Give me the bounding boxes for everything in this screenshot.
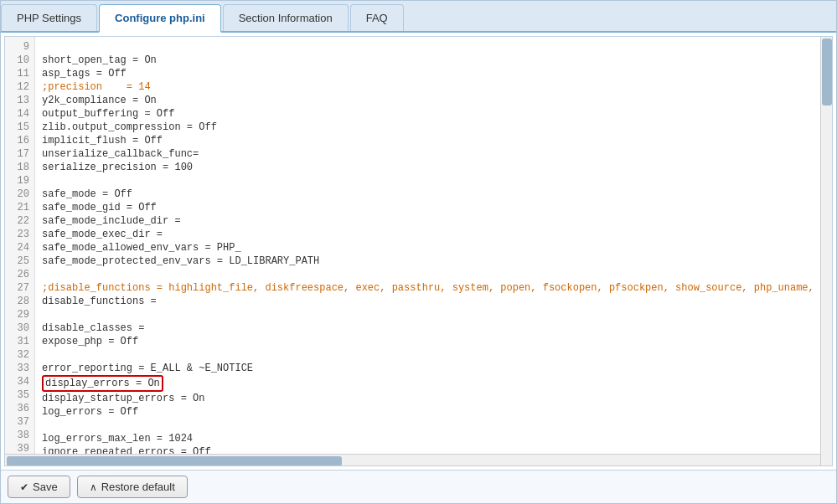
code-line: implicit_flush = Off (42, 134, 825, 147)
restore-default-button[interactable]: ∧ Restore default (77, 476, 188, 498)
highlighted-line: display_errors = On (42, 375, 163, 392)
code-line: ;disable_functions = highlight_file, dis… (42, 281, 825, 295)
line-number: 29 (10, 308, 29, 321)
line-number: 20 (10, 188, 29, 201)
code-line: safe_mode_protected_env_vars = LD_LIBRAR… (42, 255, 825, 268)
scrollbar-thumb-v[interactable] (822, 39, 832, 105)
save-icon: ✔ (20, 481, 28, 493)
code-line: safe_mode_exec_dir = (42, 228, 825, 241)
code-line (42, 348, 825, 362)
line-number: 37 (10, 415, 29, 429)
line-number: 28 (10, 295, 29, 308)
line-number: 17 (10, 147, 29, 161)
line-number: 33 (10, 362, 29, 375)
line-number: 38 (10, 429, 29, 442)
line-numbers: 9101112131415161718192021222324252627282… (5, 37, 35, 465)
scrollbar-thumb-h[interactable] (7, 456, 342, 466)
code-line: expose_php = Off (42, 335, 825, 348)
editor-container: 9101112131415161718192021222324252627282… (4, 36, 833, 466)
code-line (42, 268, 825, 281)
line-number: 16 (10, 134, 29, 147)
line-number: 34 (10, 375, 29, 388)
line-number: 31 (10, 335, 29, 348)
line-number: 30 (10, 321, 29, 335)
code-line: disable_classes = (42, 321, 825, 335)
code-line: safe_mode_gid = Off (42, 201, 825, 214)
line-number: 26 (10, 268, 29, 281)
line-number: 36 (10, 402, 29, 415)
line-number: 25 (10, 255, 29, 268)
code-line: error_reporting = E_ALL & ~E_NOTICE (42, 362, 825, 375)
content-area: 9101112131415161718192021222324252627282… (1, 33, 836, 470)
code-line: safe_mode_allowed_env_vars = PHP_ (42, 241, 825, 255)
code-line: output_buffering = Off (42, 107, 825, 121)
code-line: ;precision = 14 (42, 80, 825, 94)
line-number: 13 (10, 94, 29, 107)
main-window: PHP SettingsConfigure php.iniSection Inf… (0, 0, 837, 504)
code-line: zlib.output_compression = Off (42, 121, 825, 134)
line-number: 23 (10, 228, 29, 241)
code-line (42, 174, 825, 188)
line-number: 18 (10, 161, 29, 174)
code-line (42, 419, 825, 432)
line-number: 12 (10, 80, 29, 94)
code-line (42, 40, 825, 54)
tab-section-information[interactable]: Section Information (223, 4, 349, 31)
code-line: disable_functions = (42, 295, 825, 308)
save-button[interactable]: ✔ Save (8, 476, 70, 498)
tab-faq[interactable]: FAQ (350, 4, 404, 31)
comment-line: ;precision = 14 (42, 81, 151, 93)
tab-bar: PHP SettingsConfigure php.iniSection Inf… (1, 1, 836, 33)
restore-label: Restore default (101, 481, 175, 493)
save-label: Save (33, 481, 58, 493)
footer: ✔ Save ∧ Restore default (1, 470, 836, 503)
restore-icon: ∧ (90, 481, 97, 493)
code-line: asp_tags = Off (42, 67, 825, 80)
code-content[interactable]: short_open_tag = Onasp_tags = Off;precis… (35, 37, 832, 465)
code-line: y2k_compliance = On (42, 94, 825, 107)
tab-configure-php.ini[interactable]: Configure php.ini (99, 4, 221, 33)
line-number: 27 (10, 281, 29, 295)
comment-line: ;disable_functions = highlight_file, dis… (42, 282, 832, 294)
code-line: serialize_precision = 100 (42, 161, 825, 174)
code-line: display_startup_errors = On (42, 392, 825, 405)
code-line (42, 308, 825, 321)
line-number: 19 (10, 174, 29, 188)
line-number: 11 (10, 67, 29, 80)
code-line: safe_mode_include_dir = (42, 214, 825, 228)
horizontal-scrollbar[interactable] (5, 454, 820, 465)
line-number: 32 (10, 348, 29, 362)
line-number: 14 (10, 107, 29, 121)
code-line: safe_mode = Off (42, 188, 825, 201)
code-line: unserialize_callback_func= (42, 147, 825, 161)
line-number: 15 (10, 121, 29, 134)
code-line: short_open_tag = On (42, 54, 825, 67)
line-number: 9 (10, 40, 29, 54)
tab-php-settings[interactable]: PHP Settings (1, 4, 97, 31)
line-number: 10 (10, 54, 29, 67)
line-number: 24 (10, 241, 29, 255)
vertical-scrollbar[interactable] (820, 37, 832, 465)
code-line: display_errors = On (42, 375, 825, 392)
line-number: 35 (10, 388, 29, 402)
line-number: 21 (10, 201, 29, 214)
code-line: log_errors = Off (42, 405, 825, 419)
line-number: 22 (10, 214, 29, 228)
code-line: log_errors_max_len = 1024 (42, 432, 825, 445)
